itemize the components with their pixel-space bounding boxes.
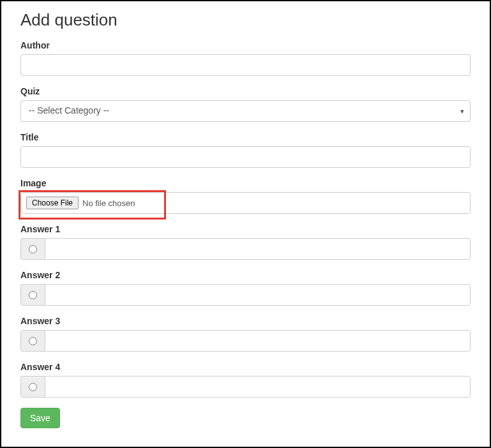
quiz-label: Quiz (20, 86, 471, 96)
answer-3-radio[interactable] (29, 337, 37, 345)
answer-4-input[interactable] (45, 376, 471, 398)
file-status-text: No file chosen (82, 198, 135, 208)
page-title: Add question (20, 10, 471, 30)
choose-file-button[interactable]: Choose File (26, 197, 79, 209)
author-input[interactable] (20, 54, 471, 76)
answer-3-radio-addon (20, 330, 45, 352)
title-input[interactable] (20, 146, 471, 168)
answer-2-radio[interactable] (29, 291, 37, 299)
title-label: Title (20, 132, 471, 142)
answer-2-label: Answer 2 (20, 270, 471, 280)
answer-1-label: Answer 1 (20, 224, 471, 234)
image-file-row: Choose File No file chosen (20, 192, 471, 214)
save-button[interactable]: Save (20, 408, 60, 428)
answer-1-radio[interactable] (29, 245, 37, 253)
answer-1-radio-addon (20, 238, 45, 260)
answer-2-radio-addon (20, 284, 45, 306)
answer-1-input[interactable] (45, 238, 471, 260)
answer-3-input[interactable] (45, 330, 471, 352)
answer-4-radio-addon (20, 376, 45, 398)
answer-2-input[interactable] (45, 284, 471, 306)
image-label: Image (20, 178, 471, 188)
quiz-select[interactable]: -- Select Category -- (20, 100, 471, 122)
answer-3-label: Answer 3 (20, 316, 471, 326)
answer-4-label: Answer 4 (20, 362, 471, 372)
author-label: Author (20, 40, 471, 50)
answer-4-radio[interactable] (29, 383, 37, 391)
